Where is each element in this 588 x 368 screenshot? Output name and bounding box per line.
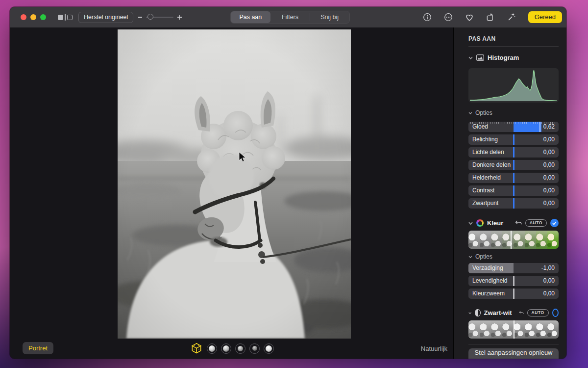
minimize-button[interactable] xyxy=(30,14,36,20)
strip-thumbnail xyxy=(468,231,480,249)
studio-light-option[interactable] xyxy=(207,343,217,354)
stage-light-option[interactable] xyxy=(235,343,245,354)
strip-thumbnail xyxy=(514,320,525,339)
histogram-options-toggle[interactable]: Opties xyxy=(468,109,559,116)
slider-row[interactable]: Kleurzweem0,00 xyxy=(468,289,559,299)
done-button[interactable]: Gereed xyxy=(528,11,562,23)
photos-edit-window: Herstel origineel Pas aanFiltersSnij bij xyxy=(10,7,566,359)
bw-enabled-checkbox[interactable] xyxy=(552,309,559,317)
fullscreen-button[interactable] xyxy=(40,14,46,20)
zoom-in-icon[interactable] xyxy=(177,15,182,20)
slider-row[interactable]: Helderheid0,00 xyxy=(468,173,559,183)
zoom-out-icon[interactable] xyxy=(138,17,142,18)
strip-thumbnail xyxy=(491,320,502,339)
close-button[interactable] xyxy=(21,14,26,20)
strip-thumbnail xyxy=(525,320,536,339)
section-title: Histogram xyxy=(488,54,519,61)
zoom-slider-handle[interactable] xyxy=(147,14,153,20)
strip-thumbnail xyxy=(491,231,502,249)
chevron-down-icon xyxy=(468,222,473,225)
color-intensity-strip[interactable] xyxy=(468,231,559,249)
slider-label: Helderheid xyxy=(472,173,501,183)
divider xyxy=(468,344,559,344)
strip-thumbnail xyxy=(502,320,514,339)
editor-canvas: Portret xyxy=(10,27,453,359)
strip-thumbnail xyxy=(547,320,559,339)
undo-icon[interactable] xyxy=(519,310,524,315)
tab-pas-aan[interactable]: Pas aan xyxy=(231,11,270,23)
slider-row[interactable]: Donkere delen0,00 xyxy=(468,160,559,170)
titlebar: Herstel origineel Pas aanFiltersSnij bij xyxy=(10,7,566,28)
slider-label: Donkere delen xyxy=(472,160,511,170)
slider-label: Kleurzweem xyxy=(472,289,505,299)
color-section-header[interactable]: Kleur AUTO xyxy=(468,219,559,227)
slider-row[interactable]: Belichting0,00 xyxy=(468,134,559,145)
titlebar-actions: Gereed xyxy=(423,7,562,27)
restore-original-button[interactable]: Herstel origineel xyxy=(78,12,133,23)
stage-light-mono-option[interactable] xyxy=(249,343,260,354)
zoom-slider[interactable] xyxy=(146,17,173,18)
slider-row[interactable]: Gloed0,62 xyxy=(468,122,559,132)
adjust-sidebar[interactable]: PAS AAN Histogram Opties Gloed0,62Belich… xyxy=(453,27,566,359)
section-title: Kleur xyxy=(487,219,503,227)
slider-row[interactable]: Verzadiging-1,00 xyxy=(468,263,559,273)
auto-badge[interactable]: AUTO xyxy=(527,309,549,316)
chevron-down-icon xyxy=(468,256,472,258)
strip-thumbnail xyxy=(514,231,525,249)
high-key-light-option[interactable] xyxy=(264,343,274,354)
favorite-heart-icon[interactable] xyxy=(465,13,474,22)
slider-value: 0,00 xyxy=(543,134,555,145)
color-options-toggle[interactable]: Opties xyxy=(468,253,559,260)
sidebar-title: PAS AAN xyxy=(468,35,559,42)
slider-value: 0,00 xyxy=(543,198,555,209)
color-enabled-checkbox[interactable] xyxy=(550,219,559,227)
lighting-name-label: Natuurlijk xyxy=(421,345,447,352)
info-icon[interactable] xyxy=(423,13,432,22)
reset-adjustments-button[interactable]: Stel aanpassingen opnieuw in xyxy=(468,348,559,359)
slider-row[interactable]: Zwartpunt0,00 xyxy=(468,198,559,209)
chevron-down-icon xyxy=(468,56,473,59)
bw-section-header[interactable]: Zwart-wit AUTO xyxy=(468,309,559,317)
slider-value: 0,00 xyxy=(543,160,555,170)
slider-label: Contrast xyxy=(472,185,494,196)
portrait-badge[interactable]: Portret xyxy=(23,342,53,354)
divider xyxy=(468,46,559,47)
bw-intensity-strip[interactable] xyxy=(468,320,559,339)
strip-selection-line xyxy=(514,320,514,339)
slider-row[interactable]: Contrast0,00 xyxy=(468,185,559,196)
edit-mode-tabs: Pas aanFiltersSnij bij xyxy=(230,11,350,24)
slider-value: 0,00 xyxy=(543,185,555,196)
natural-light-cube-icon[interactable] xyxy=(190,342,203,355)
slider-value: 0,00 xyxy=(543,147,555,158)
strip-thumbnail xyxy=(480,320,491,339)
color-sliders: Verzadiging-1,00Levendigheid0,00Kleurzwe… xyxy=(468,263,559,299)
undo-icon[interactable] xyxy=(515,220,522,226)
outline-square-icon xyxy=(67,15,73,20)
slider-row[interactable]: Lichte delen0,00 xyxy=(468,147,559,158)
slider-label: Levendigheid xyxy=(472,276,507,286)
slider-row[interactable]: Levendigheid0,00 xyxy=(468,276,559,286)
tab-filters[interactable]: Filters xyxy=(270,11,310,23)
compare-view-icon[interactable] xyxy=(58,14,73,21)
slider-label: Belichting xyxy=(472,134,498,145)
slider-value: -1,00 xyxy=(541,263,555,273)
slider-value: 0,00 xyxy=(543,173,555,183)
options-label: Opties xyxy=(475,253,492,260)
slider-label: Zwartpunt xyxy=(472,198,498,209)
section-title: Zwart-wit xyxy=(484,309,512,316)
rotate-icon[interactable] xyxy=(486,13,495,22)
strip-thumbnail xyxy=(525,231,536,249)
contour-light-option[interactable] xyxy=(221,343,231,354)
strip-thumbnail xyxy=(536,231,547,249)
filled-square-icon xyxy=(58,15,63,20)
black-white-icon xyxy=(475,309,480,316)
options-label: Opties xyxy=(475,109,492,116)
desktop-wallpaper: Herstel origineel Pas aanFiltersSnij bij xyxy=(0,0,588,368)
strip-thumbnail xyxy=(502,231,514,249)
slider-label: Verzadiging xyxy=(472,263,503,273)
histogram-section-header[interactable]: Histogram xyxy=(468,53,559,62)
tab-snij-bij[interactable]: Snij bij xyxy=(310,11,349,23)
more-options-icon[interactable] xyxy=(444,13,453,22)
auto-enhance-wand-icon[interactable] xyxy=(507,13,516,22)
auto-badge[interactable]: AUTO xyxy=(525,219,547,227)
